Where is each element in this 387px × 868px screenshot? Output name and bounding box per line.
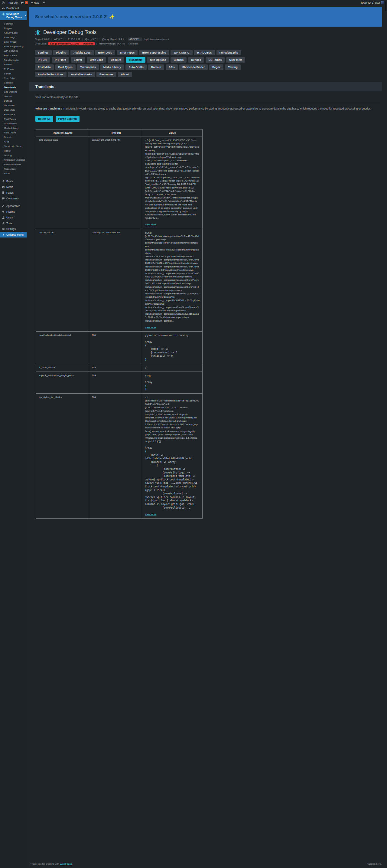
- purge-expired-button[interactable]: Purge Expired: [56, 116, 79, 122]
- sidebar-item-plugins[interactable]: Plugins: [0, 209, 27, 215]
- wp-logo-menu[interactable]: [2, 1, 5, 4]
- tab-php-ini[interactable]: PHP.INI: [35, 57, 50, 63]
- tab-post-types[interactable]: Post Types: [55, 64, 75, 70]
- sidebar-subitem-error-suppressing[interactable]: Error Suppressing: [0, 44, 27, 49]
- sidebar-item-appearance[interactable]: Appearance: [0, 203, 27, 209]
- sidebar-subitem-post-meta[interactable]: Post Meta: [0, 112, 27, 117]
- tab-domain[interactable]: Domain: [148, 64, 164, 70]
- sidebar-item-media[interactable]: Media: [0, 184, 27, 190]
- wordpress-link[interactable]: WordPress: [60, 863, 72, 865]
- tab-auto-drafts[interactable]: Auto-Drafts: [126, 64, 147, 70]
- whats-new-banner[interactable]: See what's new in version 2.0.0.2! ✨: [29, 7, 382, 27]
- pages-icon: [2, 191, 5, 194]
- sidebar-subitem-server[interactable]: Server: [0, 71, 27, 76]
- sidebar-subitem-shortcode-finder[interactable]: Shortcode Finder: [0, 144, 27, 149]
- tab-cron-jobs[interactable]: Cron Jobs: [87, 57, 106, 63]
- sidebar-subitem-error-types[interactable]: Error Types: [0, 40, 27, 44]
- transient-name-cell: is_multi_author: [36, 364, 89, 372]
- tab-cookies[interactable]: Cookies: [108, 57, 124, 63]
- sidebar-subitem-user-meta[interactable]: User Meta: [0, 108, 27, 112]
- tab-error-logs[interactable]: Error Logs: [95, 50, 115, 55]
- value-serialized-text: 0: [145, 366, 199, 369]
- tab-available-hooks[interactable]: Available Hooks: [68, 72, 95, 77]
- collapse-menu-button[interactable]: Collapse menu: [0, 232, 27, 238]
- sidebar-item-comments[interactable]: Comments: [0, 195, 27, 201]
- tab-media-library[interactable]: Media Library: [100, 64, 124, 70]
- tab-server[interactable]: Server: [71, 57, 85, 63]
- sidebar-subitem-auto-drafts[interactable]: Auto-Drafts: [0, 130, 27, 135]
- bug-icon: [2, 13, 5, 16]
- tab-apis[interactable]: APIs: [166, 64, 178, 70]
- tab-about[interactable]: About: [118, 72, 132, 77]
- comments-menu[interactable]: 0: [21, 1, 28, 4]
- sidebar-subitem-php-ini[interactable]: PHP.INI: [0, 62, 27, 67]
- sidebar-subitem-testing[interactable]: Testing: [0, 153, 27, 158]
- sidebar-subitem-globals[interactable]: Globals: [0, 94, 27, 99]
- sidebar-subitem-wp-config[interactable]: WP-CONFIG: [0, 49, 27, 53]
- flag-icon: [42, 1, 45, 4]
- sidebar-subitem-media-library[interactable]: Media Library: [0, 126, 27, 130]
- sidebar-subitem-htaccess[interactable]: HTACCESS: [0, 53, 27, 58]
- sidebar-subitem-available-functions[interactable]: Available Functions: [0, 158, 27, 162]
- site-name-menu[interactable]: Test site: [8, 1, 18, 4]
- tab-post-meta[interactable]: Post Meta: [35, 64, 54, 70]
- table-row: health-check-site-status-resultN/A{"good…: [36, 331, 202, 364]
- new-content-menu[interactable]: + New: [31, 1, 39, 4]
- tab-shortcode-finder[interactable]: Shortcode Finder: [179, 64, 208, 70]
- sidebar-subitem-defines[interactable]: Defines: [0, 99, 27, 103]
- tab-resources[interactable]: Resources: [96, 72, 117, 77]
- tab-php-info[interactable]: PHP Info: [52, 57, 69, 63]
- sidebar-subitem-domain[interactable]: Domain: [0, 135, 27, 140]
- sidebar-item-dashboard[interactable]: Dashboard: [0, 5, 27, 11]
- sidebar-subitem-plugins[interactable]: Plugins: [0, 26, 27, 31]
- tab-transients[interactable]: Transients: [126, 57, 146, 63]
- tab-error-suppressing[interactable]: Error Suppressing: [139, 50, 169, 55]
- sidebar-subitem-cron-jobs[interactable]: Cron Jobs: [0, 76, 27, 81]
- tab-globals[interactable]: Globals: [170, 57, 187, 63]
- sidebar-item-pages[interactable]: Pages: [0, 190, 27, 195]
- view-more-link[interactable]: View More: [145, 223, 156, 226]
- tab-user-meta[interactable]: User Meta: [226, 57, 245, 63]
- sidebar-item-tools[interactable]: Tools: [0, 220, 27, 226]
- sidebar-item-developer-debug-tools[interactable]: Developer Debug Tools: [0, 11, 27, 20]
- tab-activity-logs[interactable]: Activity Logs: [70, 50, 94, 55]
- scrollbar-thumb[interactable]: [385, 1, 386, 11]
- sidebar-item-users[interactable]: Users: [0, 215, 27, 220]
- sidebar-subitem-regex[interactable]: Regex: [0, 149, 27, 153]
- tab-htaccess[interactable]: HTACCESS: [194, 50, 215, 55]
- tab-site-options[interactable]: Site Options: [147, 57, 169, 63]
- sidebar-subitem-cookies[interactable]: Cookies: [0, 81, 27, 85]
- view-more-link[interactable]: View More: [145, 513, 156, 516]
- tab-regex[interactable]: Regex: [209, 64, 223, 70]
- debug-tools-adminbar-menu[interactable]: [42, 1, 45, 4]
- sidebar-subitem-transients[interactable]: Transients: [0, 85, 27, 90]
- tab-available-functions[interactable]: Available Functions: [35, 72, 66, 77]
- tab-taxonomies[interactable]: Taxonomies: [77, 64, 99, 70]
- tab-settings[interactable]: Settings: [35, 50, 52, 55]
- sidebar-subitem-error-logs[interactable]: Error Logs: [0, 35, 27, 40]
- view-more-link[interactable]: View More: [145, 326, 156, 329]
- tab-functions-php[interactable]: Functions.php: [217, 50, 241, 55]
- sidebar-subitem-resources[interactable]: Resources: [0, 167, 27, 171]
- sidebar-item-settings[interactable]: Settings: [0, 226, 27, 232]
- tab-plugins[interactable]: Plugins: [53, 50, 69, 55]
- tab-error-types[interactable]: Error Types: [117, 50, 138, 55]
- sidebar-subitem-settings[interactable]: Settings: [0, 22, 27, 26]
- tab-defines[interactable]: Defines: [188, 57, 204, 63]
- my-account-menu[interactable]: (User ID: 1) user: [361, 1, 384, 4]
- sidebar-subitem-activity-logs[interactable]: Activity Logs: [0, 31, 27, 35]
- delete-all-button[interactable]: Delete All: [35, 116, 53, 122]
- sidebar-subitem-functions-php[interactable]: Functions.php: [0, 58, 27, 62]
- sidebar-subitem-db-tables[interactable]: DB Tables: [0, 103, 27, 108]
- sidebar-subitem-available-hooks[interactable]: Available Hooks: [0, 162, 27, 167]
- tab-db-tables[interactable]: DB Tables: [205, 57, 225, 63]
- tab-wp-config[interactable]: WP-CONFIG: [170, 50, 193, 55]
- sidebar-subitem-site-options[interactable]: Site Options: [0, 90, 27, 94]
- sidebar-subitem-php-info[interactable]: PHP Info: [0, 67, 27, 71]
- tab-testing[interactable]: Testing: [225, 64, 240, 70]
- sidebar-subitem-about[interactable]: About: [0, 171, 27, 176]
- sidebar-subitem-post-types[interactable]: Post Types: [0, 117, 27, 121]
- sidebar-subitem-apis[interactable]: APIs: [0, 140, 27, 144]
- sidebar-subitem-taxonomies[interactable]: Taxonomies: [0, 121, 27, 126]
- sidebar-item-posts[interactable]: Posts: [0, 178, 27, 184]
